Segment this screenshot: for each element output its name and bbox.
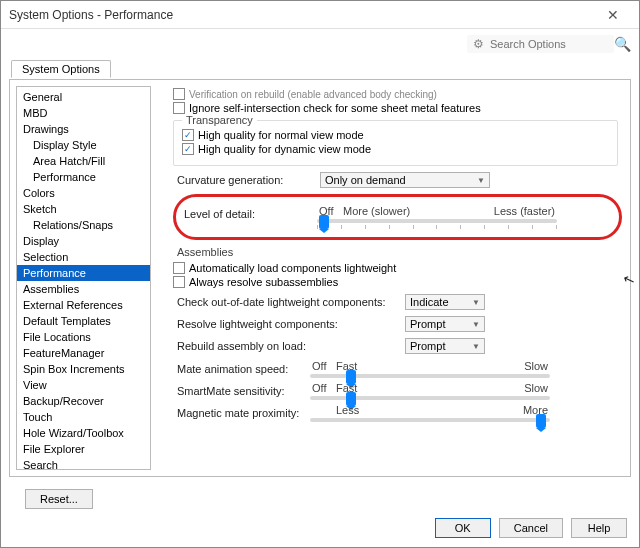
nav-item[interactable]: General xyxy=(17,89,150,105)
ignore-self-intersect-checkbox[interactable] xyxy=(173,102,185,114)
nav-item[interactable]: Display xyxy=(17,233,150,249)
nav-item[interactable]: View xyxy=(17,377,150,393)
nav-item[interactable]: Hole Wizard/Toolbox xyxy=(17,425,150,441)
rebuild-row: Rebuild assembly on load: Prompt ▼ xyxy=(177,338,626,354)
always-resolve-row: Always resolve subassemblies xyxy=(173,276,626,288)
always-resolve-label: Always resolve subassemblies xyxy=(189,276,338,288)
magnetic-legend: Less More xyxy=(310,404,550,416)
mate-anim-slider[interactable] xyxy=(310,374,550,378)
magnetic-label: Magnetic mate proximity: xyxy=(177,407,302,419)
nav-item[interactable]: Assemblies xyxy=(17,281,150,297)
nav-item[interactable]: Relations/Snaps xyxy=(17,217,150,233)
lod-slider[interactable] xyxy=(317,219,557,223)
search-icon[interactable]: 🔍 xyxy=(614,36,631,52)
curvature-select[interactable]: Only on demand ▼ xyxy=(320,172,490,188)
smartmate-slider[interactable] xyxy=(310,396,550,400)
check-out-label: Check out-of-date lightweight components… xyxy=(177,296,397,308)
tab-row: System Options xyxy=(1,59,639,79)
cancel-button[interactable]: Cancel xyxy=(499,518,563,538)
content-area: GeneralMBDDrawingsDisplay StyleArea Hatc… xyxy=(9,79,631,477)
nav-item[interactable]: External References xyxy=(17,297,150,313)
nav-tree[interactable]: GeneralMBDDrawingsDisplay StyleArea Hatc… xyxy=(16,86,151,470)
hq-dynamic-row: ✓ High quality for dynamic view mode xyxy=(182,143,609,155)
nav-item[interactable]: Performance xyxy=(17,265,150,281)
search-wrap: ⚙ xyxy=(467,35,614,53)
nav-item[interactable]: File Explorer xyxy=(17,441,150,457)
rebuild-value: Prompt xyxy=(410,340,445,352)
nav-item[interactable]: Spin Box Increments xyxy=(17,361,150,377)
mate-anim-right: Slow xyxy=(524,360,548,372)
reset-button[interactable]: Reset... xyxy=(25,489,93,509)
check-out-value: Indicate xyxy=(410,296,449,308)
search-input[interactable] xyxy=(488,37,608,51)
tab-system-options[interactable]: System Options xyxy=(11,60,111,78)
footer: OK Cancel Help xyxy=(1,509,639,547)
smartmate-label: SmartMate sensitivity: xyxy=(177,385,302,397)
curvature-row: Curvature generation: Only on demand ▼ xyxy=(177,172,626,188)
search-bar: ⚙ 🔍 xyxy=(1,29,639,59)
curvature-value: Only on demand xyxy=(325,174,406,186)
smartmate-off: Off xyxy=(312,382,336,394)
magnetic-row: Magnetic mate proximity: Less More xyxy=(177,404,626,422)
transparency-group: Transparency ✓ High quality for normal v… xyxy=(173,120,618,166)
lod-thumb[interactable] xyxy=(319,215,329,229)
mate-anim-row: Mate animation speed: Off Fast Slow xyxy=(177,360,626,378)
auto-light-label: Automatically load components lightweigh… xyxy=(189,262,396,274)
mate-anim-off: Off xyxy=(312,360,336,372)
chevron-down-icon: ▼ xyxy=(477,176,485,185)
nav-item[interactable]: FeatureManager xyxy=(17,345,150,361)
cutoff-row: Verification on rebuild (enable advanced… xyxy=(173,88,626,100)
nav-item[interactable]: Selection xyxy=(17,249,150,265)
dialog-window: System Options - Performance ✕ ⚙ 🔍 Syste… xyxy=(0,0,640,548)
nav-item[interactable]: Backup/Recover xyxy=(17,393,150,409)
rebuild-select[interactable]: Prompt ▼ xyxy=(405,338,485,354)
nav-item[interactable]: Touch xyxy=(17,409,150,425)
nav-item[interactable]: Sketch xyxy=(17,201,150,217)
magnetic-wrap: Less More xyxy=(310,404,550,422)
resolve-light-row: Resolve lightweight components: Prompt ▼ xyxy=(177,316,626,332)
hq-dynamic-checkbox[interactable]: ✓ xyxy=(182,143,194,155)
magnetic-slider[interactable] xyxy=(310,418,550,422)
mate-anim-wrap: Off Fast Slow xyxy=(310,360,550,378)
close-icon[interactable]: ✕ xyxy=(595,7,631,23)
gear-icon: ⚙ xyxy=(473,37,484,51)
hq-dynamic-label: High quality for dynamic view mode xyxy=(198,143,371,155)
hq-normal-checkbox[interactable]: ✓ xyxy=(182,129,194,141)
magnetic-thumb[interactable] xyxy=(536,414,546,428)
chevron-down-icon: ▼ xyxy=(472,342,480,351)
main-panel[interactable]: Verification on rebuild (enable advanced… xyxy=(155,80,630,476)
nav-item[interactable]: Colors xyxy=(17,185,150,201)
verification-checkbox[interactable] xyxy=(173,88,185,100)
nav-item[interactable]: Display Style xyxy=(17,137,150,153)
nav-item[interactable]: Default Templates xyxy=(17,313,150,329)
resolve-light-select[interactable]: Prompt ▼ xyxy=(405,316,485,332)
nav-item[interactable]: Drawings xyxy=(17,121,150,137)
smartmate-right: Slow xyxy=(524,382,548,394)
check-out-row: Check out-of-date lightweight components… xyxy=(177,294,626,310)
ok-button[interactable]: OK xyxy=(435,518,491,538)
auto-light-checkbox[interactable] xyxy=(173,262,185,274)
titlebar: System Options - Performance ✕ xyxy=(1,1,639,29)
hq-normal-label: High quality for normal view mode xyxy=(198,129,364,141)
chevron-down-icon: ▼ xyxy=(472,320,480,329)
always-resolve-checkbox[interactable] xyxy=(173,276,185,288)
check-out-select[interactable]: Indicate ▼ xyxy=(405,294,485,310)
rebuild-label: Rebuild assembly on load: xyxy=(177,340,397,352)
chevron-down-icon: ▼ xyxy=(472,298,480,307)
hq-normal-row: ✓ High quality for normal view mode xyxy=(182,129,609,141)
nav-item[interactable]: Search xyxy=(17,457,150,470)
lod-label: Level of detail: xyxy=(184,208,309,220)
lod-slider-wrap: Off More (slower) Less (faster) xyxy=(317,205,557,223)
nav-item[interactable]: MBD xyxy=(17,105,150,121)
curvature-label: Curvature generation: xyxy=(177,174,312,186)
help-button[interactable]: Help xyxy=(571,518,627,538)
nav-item[interactable]: Performance xyxy=(17,169,150,185)
resolve-light-value: Prompt xyxy=(410,318,445,330)
nav-item[interactable]: Area Hatch/Fill xyxy=(17,153,150,169)
transparency-legend: Transparency xyxy=(182,114,257,126)
assemblies-title: Assemblies xyxy=(177,246,626,258)
ignore-self-intersect-label: Ignore self-intersection check for some … xyxy=(189,102,481,114)
ignore-self-intersect-row: Ignore self-intersection check for some … xyxy=(173,102,626,114)
magnetic-left: Less xyxy=(336,404,523,416)
nav-item[interactable]: File Locations xyxy=(17,329,150,345)
